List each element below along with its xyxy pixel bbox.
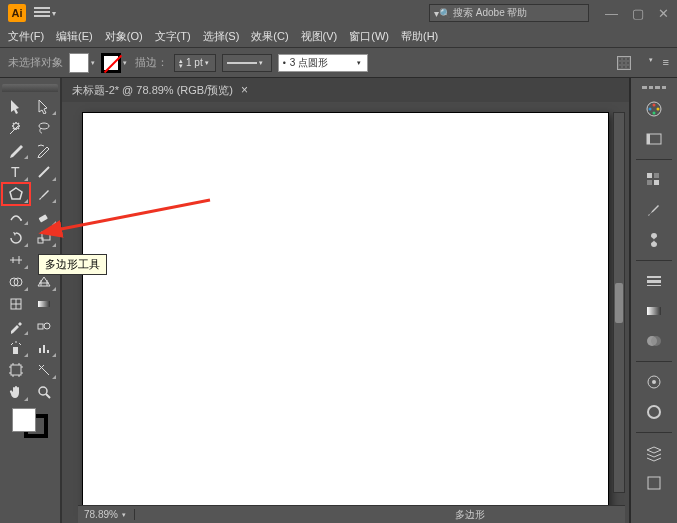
dropdown-icon[interactable]: ▾ <box>649 56 653 70</box>
menu-file[interactable]: 文件(F) <box>8 29 44 44</box>
stroke-panel-icon[interactable] <box>638 269 670 293</box>
menu-edit[interactable]: 编辑(E) <box>56 29 93 44</box>
canvas-viewport[interactable] <box>62 102 629 523</box>
appearance-panel-icon[interactable] <box>638 370 670 394</box>
panel-grip[interactable] <box>642 86 666 89</box>
artboards-panel-icon[interactable] <box>638 471 670 495</box>
zoom-tool[interactable] <box>31 382 57 402</box>
statusbar: 78.89% ▾ 多边形 <box>78 505 625 523</box>
scale-tool[interactable] <box>31 228 57 248</box>
search-icon: 🔍 <box>439 8 451 19</box>
gradient-panel-icon[interactable] <box>638 299 670 323</box>
hand-tool[interactable] <box>3 382 29 402</box>
pen-tool[interactable] <box>3 140 29 160</box>
stroke-label: 描边： <box>135 55 168 70</box>
svg-point-20 <box>44 323 50 329</box>
curvature-tool[interactable] <box>31 140 57 160</box>
menu-view[interactable]: 视图(V) <box>301 29 338 44</box>
fill-stroke-indicator[interactable] <box>2 408 58 438</box>
vertical-scrollbar[interactable] <box>613 112 625 493</box>
fill-stroke-swatches[interactable]: ▾ ▾ <box>69 53 129 73</box>
panel-grip[interactable] <box>2 84 58 92</box>
brush-definition-input[interactable]: ▾ <box>222 54 272 72</box>
color-panel-icon[interactable] <box>638 97 670 121</box>
symbols-panel-icon[interactable] <box>638 228 670 252</box>
menu-window[interactable]: 窗口(W) <box>349 29 389 44</box>
workspace-switcher-icon[interactable] <box>34 7 50 19</box>
zoom-value: 78.89% <box>84 509 118 520</box>
zoom-readout[interactable]: 78.89% ▾ <box>78 509 135 520</box>
svg-rect-42 <box>647 307 661 315</box>
rotate-tool[interactable] <box>3 228 29 248</box>
artboard[interactable] <box>82 112 609 513</box>
symbol-sprayer-tool[interactable] <box>3 338 29 358</box>
graphic-styles-panel-icon[interactable] <box>638 400 670 424</box>
transform-reference-icon[interactable] <box>617 56 631 70</box>
direct-selection-tool[interactable] <box>31 96 57 116</box>
dropdown-icon[interactable]: ▾ <box>122 511 126 519</box>
line-segment-tool[interactable] <box>31 162 57 182</box>
graphic-style-input[interactable]: • 3 点圆形 ▾ <box>278 54 368 72</box>
blend-tool[interactable] <box>31 316 57 336</box>
mesh-tool[interactable] <box>3 294 29 314</box>
transparency-panel-icon[interactable] <box>638 329 670 353</box>
dropdown-icon[interactable]: ▾ <box>357 59 361 67</box>
menu-select[interactable]: 选择(S) <box>203 29 240 44</box>
paintbrush-tool[interactable] <box>31 184 57 204</box>
dropdown-icon[interactable]: ▾ <box>123 59 127 67</box>
stroke-weight-input[interactable]: ▴▾ 1 pt ▾ <box>174 54 216 72</box>
artboard-tool[interactable] <box>3 360 29 380</box>
eyedropper-tool[interactable] <box>3 316 29 336</box>
slice-tool[interactable] <box>31 360 57 380</box>
lasso-tool[interactable] <box>31 118 57 138</box>
svg-rect-19 <box>38 324 43 329</box>
menu-help[interactable]: 帮助(H) <box>401 29 438 44</box>
svg-point-31 <box>653 112 656 115</box>
fill-box[interactable] <box>12 408 36 432</box>
dropdown-icon[interactable]: ▾ <box>205 59 209 67</box>
dropdown-icon[interactable]: ▾ <box>91 59 95 67</box>
help-search-input[interactable]: ▾ 🔍 搜索 Adobe 帮助 <box>429 4 589 22</box>
svg-point-46 <box>652 380 656 384</box>
workspace-dropdown-icon[interactable]: ▾ <box>52 9 56 18</box>
type-tool[interactable]: T <box>3 162 29 182</box>
dropdown-icon[interactable]: ▾ <box>259 59 263 67</box>
eraser-tool[interactable] <box>31 206 57 226</box>
minimize-button[interactable]: — <box>605 6 618 21</box>
svg-rect-38 <box>654 180 659 185</box>
maximize-button[interactable]: ▢ <box>632 6 644 21</box>
step-down-icon[interactable]: ▾ <box>179 63 183 68</box>
svg-line-27 <box>46 394 50 398</box>
menu-type[interactable]: 文字(T) <box>155 29 191 44</box>
brushes-panel-icon[interactable] <box>638 198 670 222</box>
menu-effect[interactable]: 效果(C) <box>251 29 288 44</box>
column-graph-tool[interactable] <box>31 338 57 358</box>
color-guide-panel-icon[interactable] <box>638 127 670 151</box>
document-tabs: 未标题-2* @ 78.89% (RGB/预览) × <box>62 78 629 102</box>
close-button[interactable]: ✕ <box>658 6 669 21</box>
svg-rect-24 <box>47 350 49 353</box>
tab-close-button[interactable]: × <box>241 83 248 97</box>
shape-builder-tool[interactable] <box>3 272 29 292</box>
width-tool[interactable] <box>3 250 29 270</box>
document-tab-title: 未标题-2* @ 78.89% (RGB/预览) <box>72 83 233 98</box>
titlebar: Ai ▾ ▾ 🔍 搜索 Adobe 帮助 — ▢ ✕ <box>0 0 677 26</box>
polygon-tool[interactable] <box>3 184 29 204</box>
panel-menu-icon[interactable]: ≡ <box>663 56 669 70</box>
layers-panel-icon[interactable] <box>638 441 670 465</box>
fill-swatch[interactable] <box>69 53 89 73</box>
controlbar: 未选择对象 ▾ ▾ 描边： ▴▾ 1 pt ▾ ▾ • 3 点圆形 ▾ ▾ ≡ <box>0 48 677 78</box>
document-tab[interactable]: 未标题-2* @ 78.89% (RGB/预览) × <box>72 83 248 98</box>
gradient-tool[interactable] <box>31 294 57 314</box>
shaper-tool[interactable] <box>3 206 29 226</box>
svg-rect-48 <box>648 477 660 489</box>
scrollbar-thumb[interactable] <box>615 283 623 323</box>
search-placeholder: 搜索 Adobe 帮助 <box>453 6 527 20</box>
perspective-grid-tool[interactable] <box>31 272 57 292</box>
magic-wand-tool[interactable] <box>3 118 29 138</box>
menu-object[interactable]: 对象(O) <box>105 29 143 44</box>
svg-point-6 <box>20 219 22 221</box>
swatches-panel-icon[interactable] <box>638 168 670 192</box>
stroke-swatch[interactable] <box>101 53 121 73</box>
selection-tool[interactable] <box>3 96 29 116</box>
